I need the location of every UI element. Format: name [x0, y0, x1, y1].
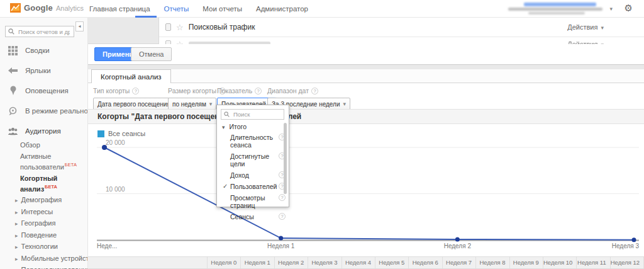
segment-label: Поисковый трафик [189, 23, 255, 31]
divider-strip [88, 65, 644, 69]
chart-titlebar: Когорты "Дата первого посещения" за Поль… [88, 109, 644, 124]
filter-select-1[interactable]: по неделям [168, 98, 216, 110]
xtick-label-2: Неделя 2 [444, 243, 472, 249]
sidebar-item-4[interactable]: Аудитория [0, 123, 88, 139]
ytick-label-20000: 20 000 [106, 139, 125, 146]
dropdown-option-4[interactable]: Просмотры страниц [230, 192, 286, 211]
check-icon [223, 183, 228, 190]
grid-icon [8, 45, 18, 55]
cohort-col-11[interactable]: Неделя 11 [577, 257, 610, 268]
sidebar-item-1[interactable]: Ярлыки [0, 63, 88, 78]
help-icon[interactable] [311, 88, 318, 94]
cohort-col-0[interactable]: Неделя 0 [208, 257, 241, 268]
gear-icon[interactable]: ⚙ [625, 3, 633, 14]
sidebar-subitem-0[interactable]: Обзор [0, 141, 88, 149]
help-icon[interactable] [279, 213, 286, 220]
xtick-label-3: Неделя 3 [612, 243, 640, 249]
ga-screen: Google Analytics Главная страницаОтчетыМ… [0, 0, 644, 269]
sidebar-subitem-4[interactable]: Интересы [0, 208, 88, 217]
help-icon[interactable] [132, 88, 139, 94]
dropdown-option-label: Достигнутые цели [230, 152, 269, 168]
cancel-button[interactable]: Отмена [131, 47, 172, 61]
alerts-icon [8, 86, 18, 96]
realtime-icon [8, 106, 18, 116]
dropdown-option-5[interactable]: Сеансы [230, 211, 286, 222]
active-tab-underline [135, 16, 157, 18]
star-icon[interactable] [176, 23, 184, 31]
sidebar-subitem-9[interactable]: Персонализированный [0, 266, 88, 269]
segments-button-band: Применить Отмена [88, 44, 644, 65]
sidebar-item-label: Аудитория [25, 127, 61, 135]
sidebar-subitem-5[interactable]: География [0, 219, 88, 228]
nav-item-0[interactable]: Главная страница [89, 5, 150, 13]
sidebar: ◂ СводкиЯрлыкиОповещенияВ режиме реально… [0, 18, 88, 269]
beta-badge: БЕТА [45, 184, 57, 190]
google-analytics-logo[interactable]: Google Analytics [10, 3, 84, 13]
data-point-3 [632, 238, 636, 242]
account-info-redacted[interactable] [502, 3, 602, 15]
tab-cohort-analysis[interactable]: Когортный анализ [91, 69, 171, 83]
sidebar-subitem-2[interactable]: Когортный анализБЕТА [0, 175, 88, 193]
cohort-col-12[interactable]: Неделя 12 [611, 257, 644, 268]
sidebar-subitem-1[interactable]: Активные пользователиБЕТА [0, 152, 88, 171]
dropdown-options: Длительность сеансаДостигнутые целиДоход… [230, 132, 286, 222]
dropdown-scrollbar[interactable] [284, 123, 287, 194]
cohort-col-10[interactable]: Неделя 10 [543, 257, 577, 268]
segments-rows: Поисковый трафик Действия Действия [159, 18, 644, 44]
dropdown-option-3[interactable]: Пользователей [230, 181, 286, 192]
sidebar-subitem-7[interactable]: Технологии [0, 243, 88, 251]
dropdown-option-2[interactable]: Доход [230, 169, 286, 181]
filter-label-text: Тип когорты [93, 87, 130, 94]
cohort-col-9[interactable]: Неделя 9 [510, 257, 543, 268]
beta-badge: БЕТА [65, 162, 77, 168]
dropdown-option-1[interactable]: Достигнутые цели [230, 151, 286, 169]
xtick-label-0: Неде... [97, 243, 117, 249]
nav-item-3[interactable]: Администратор [256, 5, 308, 13]
nav-item-1[interactable]: Отчеты [164, 5, 189, 13]
header-nav: Главная страницаОтчетыМои отчетыАдминист… [89, 0, 308, 18]
help-icon[interactable] [255, 88, 262, 94]
sidebar-collapse-button[interactable]: ◂ [75, 21, 84, 31]
sidebar-audience-children: ОбзорАктивные пользователиБЕТАКогортный … [0, 141, 88, 269]
segments-corner [88, 18, 159, 44]
report-search-box[interactable] [5, 26, 74, 37]
product-text: Analytics [56, 4, 84, 12]
sidebar-item-label: Сводки [25, 47, 50, 54]
app-header: Google Analytics Главная страницаОтчетыМ… [0, 0, 644, 18]
cohort-col-4[interactable]: Неделя 4 [342, 257, 375, 268]
account-menu-caret-icon[interactable] [606, 6, 613, 12]
sidebar-subitem-3[interactable]: Демография [0, 196, 88, 205]
cohort-col-6[interactable]: Неделя 6 [409, 257, 442, 268]
segment-actions-button[interactable]: Действия [567, 23, 604, 31]
cohort-col-8[interactable]: Неделя 8 [476, 257, 509, 268]
report-tabbar: Когортный анализ [88, 69, 644, 83]
dropdown-option-label: Сеансы [230, 213, 254, 220]
cohort-col-7[interactable]: Неделя 7 [443, 257, 476, 268]
segment-row[interactable]: Поисковый трафик Действия [159, 18, 644, 37]
cohort-line-chart: 10 00020 000Неде...Неделя 1Неделя 2Недел… [88, 124, 644, 252]
sidebar-subitem-6[interactable]: Поведение [0, 231, 88, 240]
cohort-table-spacer [88, 257, 208, 268]
audience-icon [8, 126, 18, 136]
cohort-col-2[interactable]: Неделя 2 [275, 257, 308, 268]
cohort-col-3[interactable]: Неделя 3 [308, 257, 341, 268]
dropdown-search-box[interactable] [221, 109, 284, 120]
help-icon[interactable] [279, 194, 286, 201]
dropdown-group-total[interactable]: Итого [222, 123, 247, 130]
search-input[interactable] [17, 28, 71, 36]
sidebar-subitem-8[interactable]: Мобильные устройства [0, 255, 88, 263]
sidebar-item-3[interactable]: В режиме реального времени [0, 103, 88, 118]
nav-item-2[interactable]: Мои отчеты [203, 5, 242, 13]
dropdown-search-input[interactable] [232, 110, 277, 118]
dropdown-option-label: Просмотры страниц [230, 194, 265, 209]
drag-handle-icon[interactable] [165, 23, 171, 31]
dropdown-option-label: Длительность сеанса [230, 134, 273, 149]
cohort-col-1[interactable]: Неделя 1 [241, 257, 274, 268]
segment-row-clipped[interactable]: Действия [159, 37, 644, 44]
sidebar-item-2[interactable]: Оповещения [0, 83, 88, 98]
dropdown-option-label: Доход [230, 171, 249, 179]
dropdown-option-0[interactable]: Длительность сеанса [230, 132, 286, 151]
main-content: Поисковый трафик Действия Действия Приме… [88, 18, 644, 269]
sidebar-item-0[interactable]: Сводки [0, 43, 88, 58]
cohort-col-5[interactable]: Неделя 5 [375, 257, 409, 268]
